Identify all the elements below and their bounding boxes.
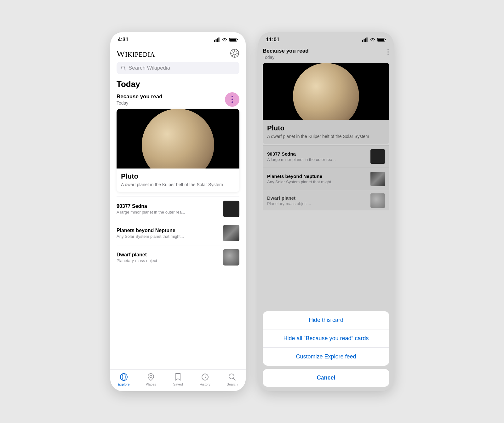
related-thumb-dwarf xyxy=(223,249,239,266)
tab-bar-left: Explore Places Saved xyxy=(110,369,246,391)
related-desc: Any Solar System planet that might... xyxy=(117,234,184,239)
saved-icon xyxy=(174,373,182,381)
list-item[interactable]: Planets beyond Neptune Any Solar System … xyxy=(263,168,389,190)
svg-rect-6 xyxy=(230,38,236,41)
right-related-desc: A large minor planet in the outer rea... xyxy=(267,157,336,162)
right-related-title: Dwarf planet xyxy=(267,195,311,201)
right-thumb-dwarf xyxy=(370,193,385,208)
svg-point-22 xyxy=(150,375,152,377)
right-card-sub: Today xyxy=(263,55,309,60)
list-item[interactable]: Dwarf planet Planetary-mass object xyxy=(117,245,239,269)
svg-line-18 xyxy=(124,69,126,70)
svg-rect-31 xyxy=(367,37,368,42)
svg-line-14 xyxy=(237,55,238,56)
cancel-button[interactable]: Cancel xyxy=(263,369,389,387)
list-item[interactable]: 90377 Sedna A large minor planet in the … xyxy=(263,145,389,168)
card-subtitle: Today xyxy=(117,100,163,106)
card-title: Because you read xyxy=(117,94,163,100)
svg-line-25 xyxy=(205,377,206,378)
tab-explore[interactable]: Explore xyxy=(114,373,134,386)
related-desc: A large minor planet in the outer rea... xyxy=(117,210,185,214)
svg-rect-2 xyxy=(217,38,218,42)
card-header-text: Because you read Today xyxy=(117,94,163,106)
pluto-card[interactable]: Pluto A dwarf planet in the Kuiper belt … xyxy=(117,109,239,192)
status-bar-left: 4:31 xyxy=(110,32,246,45)
hide-card-button[interactable]: Hide this card xyxy=(263,311,389,329)
wiki-header: Wikipedia xyxy=(110,45,246,62)
tab-places[interactable]: Places xyxy=(141,373,161,386)
tab-saved[interactable]: Saved xyxy=(168,373,188,386)
svg-rect-33 xyxy=(385,39,386,40)
svg-point-8 xyxy=(233,52,236,55)
related-thumb-sedna xyxy=(223,201,239,217)
wifi-icon-right xyxy=(370,37,375,42)
saved-label: Saved xyxy=(173,382,183,386)
time-left: 4:31 xyxy=(118,37,129,43)
right-related-text-dwarf: Dwarf planet Planetary-mass object... xyxy=(267,195,311,206)
svg-line-13 xyxy=(232,50,233,51)
action-sheet-container: Hide this card Hide all “Because you rea… xyxy=(258,311,394,391)
svg-rect-34 xyxy=(378,38,384,41)
svg-rect-29 xyxy=(364,39,365,42)
status-icons-right xyxy=(362,37,386,42)
left-phone: 4:31 Wikipedia xyxy=(110,32,246,391)
right-card-header: Because you read Today xyxy=(263,45,389,63)
right-related-title: Planets beyond Neptune xyxy=(267,174,335,179)
battery-icon-right xyxy=(377,37,386,42)
related-title: Planets beyond Neptune xyxy=(117,228,184,233)
wikipedia-logo: Wikipedia xyxy=(117,49,155,59)
svg-rect-0 xyxy=(214,40,215,42)
scroll-content: Today Because you read Today Pluto A dwa… xyxy=(110,79,246,369)
search-placeholder: Search Wikipedia xyxy=(129,65,170,71)
today-heading: Today xyxy=(117,79,239,89)
history-label: History xyxy=(200,382,210,386)
settings-icon[interactable] xyxy=(230,49,239,59)
right-thumb-sedna xyxy=(370,149,385,164)
battery-icon xyxy=(229,37,238,42)
status-icons-left xyxy=(214,37,238,42)
related-title: Dwarf planet xyxy=(117,252,157,258)
right-more-button[interactable] xyxy=(387,48,389,56)
related-desc: Planetary-mass object xyxy=(117,258,157,263)
right-pluto-image xyxy=(263,63,389,120)
right-pluto-sphere xyxy=(293,63,359,120)
svg-rect-28 xyxy=(362,40,363,42)
history-icon xyxy=(201,373,209,381)
right-related-title: 90377 Sedna xyxy=(267,151,336,157)
right-card-header-text: Because you read Today xyxy=(263,48,309,60)
related-title: 90377 Sedna xyxy=(117,203,185,209)
right-pluto-card[interactable]: Pluto A dwarf planet in the Kuiper belt … xyxy=(263,63,389,144)
right-related-text-neptune: Planets beyond Neptune Any Solar System … xyxy=(267,174,335,184)
search-bar[interactable]: Search Wikipedia xyxy=(117,62,239,74)
right-related-desc: Any Solar System planet that might... xyxy=(267,180,335,184)
list-item[interactable]: 90377 Sedna A large minor planet in the … xyxy=(117,197,239,221)
tab-search[interactable]: Search xyxy=(222,373,242,386)
customize-feed-button[interactable]: Customize Explore feed xyxy=(263,348,389,366)
right-pluto-info: Pluto A dwarf planet in the Kuiper belt … xyxy=(263,120,389,144)
svg-line-16 xyxy=(237,50,238,51)
list-item[interactable]: Planets beyond Neptune Any Solar System … xyxy=(117,221,239,245)
svg-line-27 xyxy=(233,378,235,380)
right-thumb-neptune xyxy=(370,172,385,186)
related-text-sedna: 90377 Sedna A large minor planet in the … xyxy=(117,203,185,214)
search-tab-icon xyxy=(228,373,236,381)
pluto-image xyxy=(117,109,239,169)
card-header: Because you read Today xyxy=(117,94,239,107)
related-text-dwarf: Dwarf planet Planetary-mass object xyxy=(117,252,157,263)
time-right: 11:01 xyxy=(266,37,279,43)
search-label: Search xyxy=(227,382,238,386)
right-card-title: Because you read xyxy=(263,48,309,54)
status-bar-right: 11:01 xyxy=(258,32,394,45)
explore-icon xyxy=(120,373,128,381)
places-label: Places xyxy=(146,382,156,386)
pluto-description: A dwarf planet in the Kuiper belt of the… xyxy=(121,182,235,188)
tab-history[interactable]: History xyxy=(195,373,215,386)
svg-rect-3 xyxy=(219,37,220,42)
more-options-button[interactable] xyxy=(225,92,239,107)
list-item[interactable]: Dwarf planet Planetary-mass object... xyxy=(263,190,389,210)
svg-rect-5 xyxy=(237,39,238,40)
hide-all-button[interactable]: Hide all “Because you read” cards xyxy=(263,329,389,348)
right-phone: 11:01 Because you read xyxy=(258,32,394,391)
pluto-sphere xyxy=(142,109,214,169)
related-thumb-neptune xyxy=(223,225,239,241)
